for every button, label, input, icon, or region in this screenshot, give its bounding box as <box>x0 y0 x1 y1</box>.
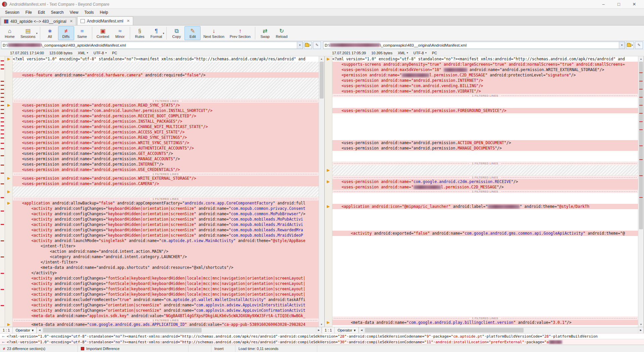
code-line[interactable]: <uses-permission android:name="android.p… <box>13 145 319 151</box>
filtered-separator[interactable]: 1 FILTERED LINES <box>332 176 638 179</box>
path-dropdown-icon[interactable]: ▾ <box>297 42 303 49</box>
code-line[interactable]: <permission android:name="l.permission.C… <box>332 72 638 78</box>
code-line[interactable]: <activity android:configChanges="keyboar… <box>13 233 319 238</box>
code-line[interactable]: <category android:name="android.intent.c… <box>13 254 319 259</box>
toolbar-rules-button[interactable]: §Rules <box>132 26 148 40</box>
section-arrow-icon[interactable]: ▶ <box>327 205 330 208</box>
code-line[interactable]: <uses-permission android:name="android.p… <box>13 103 319 108</box>
toolbar-next-section-button[interactable]: ↓Next Section <box>201 26 227 40</box>
code-line[interactable]: <?xml version="1.0" encoding="utf-8" sta… <box>13 56 319 62</box>
code-line[interactable]: <uses-permission android:name="android.p… <box>13 113 319 119</box>
code-line[interactable]: <uses-permission android:name="android.p… <box>332 108 638 113</box>
code-line[interactable]: <uses-permission android:name="android.p… <box>13 162 319 167</box>
filtered-separator[interactable]: 1 FILTERED LINES <box>332 162 638 165</box>
left-edit-path-button[interactable]: ✎ <box>313 42 321 49</box>
toolbar-copy-button[interactable]: ⧉Copy <box>168 26 184 40</box>
filtered-separator[interactable]: 1 FILTERED LINES <box>13 197 319 200</box>
code-line[interactable]: <uses-permission android:name="android.p… <box>13 140 319 145</box>
encoding-select[interactable]: UTF-8▾ <box>414 51 427 55</box>
right-path-input[interactable]: D:\\_compareapks\483__original\AndroidMa… <box>323 42 625 49</box>
code-line[interactable]: <uses-permission android:name="android.p… <box>13 176 319 181</box>
left-path-input[interactable]: D:\\_compareapks\483_aptoide\AndroidMani… <box>1 42 303 49</box>
section-arrow-icon[interactable]: ▶ <box>327 57 330 61</box>
toolbar-diffs-button[interactable]: ≠Diffs <box>58 26 74 40</box>
scroll-up-icon[interactable]: ▲ <box>319 56 324 61</box>
scroll-thumb[interactable] <box>43 328 202 333</box>
toolbar-reload-button[interactable]: ↻Reload <box>273 26 290 40</box>
format-select[interactable]: XML▾ <box>78 51 88 55</box>
tab-483_aptoide-<-->-483__original[interactable]: 483_aptoide <--> 483__original✕ <box>1 17 76 25</box>
left-hscrollbar[interactable]: ◀ ▶ <box>37 327 322 333</box>
code-line[interactable]: <activity android:configChanges="fontSca… <box>13 276 319 281</box>
code-line[interactable]: <activity android:excludeFromRecents="tr… <box>13 297 319 302</box>
code-line[interactable]: <?xml version="1.0" encoding="utf-8" sta… <box>332 56 638 62</box>
right-edit-path-button[interactable]: ✎ <box>635 42 643 49</box>
toolbar-all-button[interactable]: ∗All <box>42 26 58 40</box>
code-line[interactable]: <uses-permission android:name="android.p… <box>332 78 638 83</box>
toolbar-edit-button[interactable]: ✎Edit <box>184 26 201 40</box>
scroll-right-icon[interactable]: ▶ <box>316 327 322 333</box>
toolbar-sessions-button[interactable]: ▤Sessions▾ <box>18 26 38 40</box>
code-line[interactable]: <activity android:configChanges="keyboar… <box>13 211 319 217</box>
code-line[interactable]: <activity android:configChanges="keyboar… <box>13 222 319 227</box>
scroll-down-icon[interactable]: ▼ <box>638 322 644 327</box>
section-arrow-icon[interactable]: ▶ <box>7 104 10 107</box>
code-line[interactable]: <uses-permission android:name="android.p… <box>13 124 319 129</box>
toolbar-home-button[interactable]: ⌂Home <box>2 26 18 40</box>
code-line[interactable]: <uses-permission android:maxSdkVersion="… <box>332 67 638 72</box>
close-icon[interactable]: ✕ <box>627 0 642 8</box>
right-code-editor[interactable]: ▶<?xml version="1.0" encoding="utf-8" st… <box>325 56 638 327</box>
code-line[interactable]: <activity android:configChanges="keyboar… <box>13 227 319 233</box>
section-arrow-icon[interactable]: ▶ <box>327 169 330 172</box>
section-arrow-icon[interactable]: ▶ <box>7 323 10 326</box>
menu-view[interactable]: View <box>67 10 82 15</box>
code-line[interactable]: </intent-filter> <box>13 259 319 265</box>
section-arrow-icon[interactable]: ▶ <box>7 190 10 193</box>
right-mode-select[interactable]: Operator▾ <box>335 327 359 333</box>
code-line[interactable]: <activity android:configChanges="keyboar… <box>13 206 319 211</box>
menu-help[interactable]: Help <box>97 10 111 15</box>
tab-androidmanifest.xml[interactable]: AndroidManifest.xml✕ <box>77 16 133 25</box>
section-arrow-icon[interactable]: ▶ <box>327 321 330 324</box>
right-line-preview[interactable]: ⇐ <?xml·version="1.0"·encoding="utf-8"·s… <box>0 339 644 345</box>
code-line[interactable] <box>332 193 638 204</box>
code-line[interactable]: <uses-permission android:name="android.p… <box>13 129 319 135</box>
importance-indicator[interactable]: Important Difference <box>78 345 189 352</box>
code-line[interactable]: <meta-data android:name="applovin.sdk.ke… <box>13 313 319 318</box>
filtered-separator[interactable]: 1 FILTERED LINES <box>13 318 319 322</box>
code-line[interactable]: <meta-data android:name="com.google.andr… <box>13 322 319 327</box>
code-line[interactable] <box>332 97 638 108</box>
filtered-separator[interactable]: 1 FILTERED LINES <box>332 190 638 193</box>
scroll-thumb[interactable] <box>320 62 324 99</box>
toolbar-same-button[interactable]: =Same <box>74 26 90 40</box>
code-line[interactable]: <activity android:exported="false" andro… <box>332 231 638 236</box>
code-line[interactable] <box>332 151 638 162</box>
section-arrow-icon[interactable]: ▶ <box>7 201 10 205</box>
section-arrow-icon[interactable]: ▶ <box>7 177 10 180</box>
format-select[interactable]: XML▾ <box>398 51 408 55</box>
code-line[interactable]: <uses-permission android:name="android.p… <box>13 151 319 156</box>
code-line[interactable]: <activity android:configChanges="orienta… <box>13 302 319 308</box>
section-arrow-icon[interactable]: ▶ <box>327 180 330 183</box>
code-line[interactable] <box>332 236 638 316</box>
code-line[interactable]: <uses-permission android:name="com.googl… <box>332 179 638 184</box>
code-line[interactable]: <meta-data android:name="android.app.sho… <box>13 265 319 270</box>
filtered-separator[interactable]: 1 FILTERED LINES <box>13 172 319 176</box>
menu-file[interactable]: File <box>22 10 35 15</box>
code-line[interactable]: </activity> <box>13 270 319 276</box>
filtered-separator[interactable]: 1 FILTERED LINES <box>13 99 319 103</box>
toolbar-swap-button[interactable]: ⇄Swap <box>257 26 273 40</box>
code-line[interactable]: <intent-filter> <box>13 243 319 249</box>
scroll-thumb[interactable] <box>365 328 524 333</box>
encoding-select[interactable]: UTF-8▾ <box>94 51 107 55</box>
code-line[interactable]: <uses-permission android:name="com.andro… <box>13 108 319 113</box>
right-hscrollbar[interactable]: ◀ ▶ <box>359 327 644 333</box>
menu-session[interactable]: Session <box>2 10 22 15</box>
section-arrow-icon[interactable]: ▶ <box>7 57 10 61</box>
code-line[interactable] <box>332 113 638 140</box>
scroll-left-icon[interactable]: ◀ <box>37 327 42 333</box>
menu-edit[interactable]: Edit <box>35 10 48 15</box>
code-line[interactable]: <uses-permission android:name="android.p… <box>13 167 319 172</box>
filtered-separator[interactable]: 1 FILTERED LINES <box>332 94 638 97</box>
code-line[interactable]: <uses-permission android:name="android.p… <box>13 181 319 186</box>
